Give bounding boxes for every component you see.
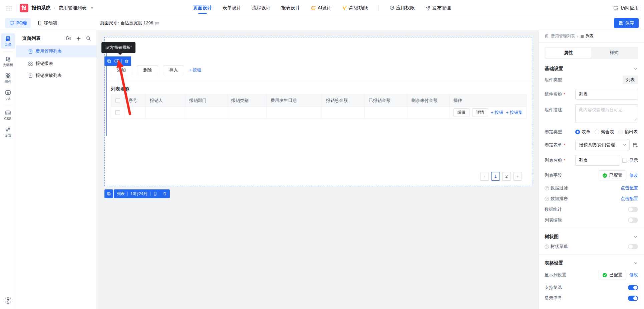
app-switcher-icon[interactable]	[5, 4, 13, 12]
mobile-mode-button[interactable]: 移动端	[37, 20, 57, 26]
tab-form-design[interactable]: 表单设计	[223, 0, 241, 16]
open-form-config-icon[interactable]	[632, 142, 638, 148]
rail-item-components[interactable]: 组件	[1, 70, 15, 86]
component-name-input[interactable]	[575, 89, 638, 100]
delete-component-icon[interactable]	[124, 59, 129, 63]
pc-mode-button[interactable]: PC端	[5, 18, 31, 28]
add-folder-icon[interactable]	[66, 36, 71, 41]
tag-delete-icon[interactable]	[163, 192, 167, 196]
top-bar: 报 报销系统 › 费用管理列表 ▼ 页面设计 表单设计 流程设计 报表设计	[0, 0, 644, 16]
column-header[interactable]: 剩余未付金额	[407, 95, 449, 107]
rail-item-css[interactable]: CSS CSS	[1, 108, 15, 123]
question-circle-icon: ?	[545, 245, 549, 249]
search-icon[interactable]	[86, 36, 91, 41]
list-edit-toggle[interactable]	[628, 217, 638, 223]
set-button-template-icon[interactable]	[114, 59, 119, 63]
access-app-button[interactable]: 访问应用	[613, 5, 639, 11]
current-page-name[interactable]: 费用管理列表	[58, 5, 86, 11]
tab-page-design[interactable]: 页面设计	[193, 0, 212, 16]
prev-page-button[interactable]: ‹	[480, 172, 489, 181]
tab-attributes[interactable]: 属性	[546, 48, 591, 58]
next-page-button[interactable]: ›	[513, 172, 522, 181]
column-header[interactable]: 已报销金额	[365, 95, 407, 107]
chevron-down-icon[interactable]: ▼	[90, 6, 93, 10]
page-button-1[interactable]: 1	[491, 172, 500, 181]
column-header[interactable]: 费用发生日期	[267, 95, 322, 107]
tree-menu-toggle[interactable]	[628, 244, 638, 249]
tab-report-design[interactable]: 报表设计	[281, 0, 300, 16]
show-title-checkbox[interactable]	[622, 158, 627, 163]
column-header[interactable]: 报销人	[146, 95, 185, 107]
add-button-set-link[interactable]: + 按钮集	[506, 110, 523, 116]
add-page-icon[interactable]	[76, 36, 81, 41]
tab-style[interactable]: 样式	[591, 48, 637, 58]
import-button[interactable]: 导入	[163, 65, 184, 75]
tab-ai-design[interactable]: AI设计	[311, 0, 331, 16]
radio-form[interactable]: 表单	[575, 129, 590, 135]
selection-tag: 列表 10行24列	[104, 189, 170, 198]
field-data-filter: ? 数据过滤 点击配置	[545, 185, 638, 191]
section-tree-view[interactable]: 树状图	[545, 230, 638, 244]
list-name-input[interactable]	[575, 155, 620, 166]
add-button[interactable]: 添加	[111, 65, 132, 75]
detail-button[interactable]: 详情	[472, 108, 488, 117]
tab-publish-management[interactable]: 发布管理	[425, 0, 451, 16]
show-seq-toggle[interactable]	[628, 296, 638, 301]
tag-mobile-icon[interactable]	[153, 192, 157, 196]
component-thumbnail-icon[interactable]	[104, 189, 113, 198]
select-all-checkbox[interactable]	[115, 98, 120, 103]
section-table-settings[interactable]: 表格设置	[545, 257, 638, 270]
copy-component-icon[interactable]	[107, 59, 111, 63]
rail-item-outline-tree[interactable]: 大纲树	[1, 54, 15, 69]
bind-form-select[interactable]: 报销系统/费用管理	[575, 140, 630, 150]
breadcrumb-parent[interactable]: 费用管理列表	[551, 33, 575, 39]
column-header[interactable]: 报销部门	[185, 95, 227, 107]
design-canvas[interactable]: 添加 删除 导入 + 按钮 列表名称	[97, 30, 538, 309]
breadcrumb-current[interactable]: 列表	[580, 33, 594, 39]
rail-item-catalog[interactable]: 目录	[1, 33, 15, 49]
column-header[interactable]: 报销总金额	[322, 95, 365, 107]
page-size-value[interactable]: 自适应宽度 1296	[120, 20, 153, 26]
radio-aggregate-table[interactable]: 聚合表	[595, 129, 614, 135]
rail-item-settings[interactable]: 设置	[1, 124, 15, 140]
row-checkbox[interactable]	[115, 110, 120, 115]
configure-data-filter-link[interactable]: 点击配置	[621, 185, 638, 191]
list-title[interactable]: 列表名称	[111, 86, 129, 92]
delete-button[interactable]: 删除	[137, 65, 158, 75]
page-item-expense-list[interactable]: 费用管理列表	[16, 45, 96, 57]
page-button-2[interactable]: 2	[502, 172, 511, 181]
section-basic-settings[interactable]: 基础设置	[545, 62, 638, 75]
chevron-down-icon	[633, 261, 638, 266]
page-item-expense-payout-list[interactable]: 报销发放列表	[16, 69, 96, 82]
add-row-button-link[interactable]: + 按钮	[491, 110, 503, 116]
add-toolbar-button-link[interactable]: + 按钮	[189, 67, 201, 73]
rail-item-js[interactable]: JS JS	[1, 87, 15, 103]
column-header[interactable]: 操作	[449, 95, 527, 107]
radio-output-table[interactable]: 输出表	[618, 129, 638, 135]
divider	[16, 5, 16, 11]
component-type-badge: 列表	[623, 75, 638, 84]
app-root: 报 报销系统 › 费用管理列表 ▼ 页面设计 表单设计 流程设计 报表设计	[0, 0, 644, 309]
edit-button[interactable]: 编辑	[453, 108, 469, 117]
tab-advanced-features[interactable]: 高级功能	[342, 0, 368, 16]
page-item-expense-report[interactable]: 报销报表	[16, 57, 96, 69]
component-desc-textarea[interactable]	[575, 104, 638, 123]
modify-columns-link[interactable]: 修改	[629, 272, 638, 278]
tab-flow-design[interactable]: 流程设计	[252, 0, 271, 16]
help-button[interactable]: ?	[5, 297, 11, 304]
spark-v-icon	[342, 5, 347, 11]
resize-handle-icon[interactable]	[634, 116, 637, 122]
save-button[interactable]: 保存	[614, 18, 639, 28]
phone-icon	[37, 21, 42, 25]
data-stats-toggle[interactable]	[628, 207, 638, 212]
tab-app-permissions[interactable]: 应用权限	[389, 0, 415, 16]
configure-data-sort-link[interactable]: 点击配置	[621, 196, 638, 202]
svg-text:JS: JS	[6, 92, 9, 94]
toolbar-separator	[121, 59, 122, 63]
modify-list-fields-link[interactable]: 修改	[629, 172, 638, 178]
list-component[interactable]: 添加 删除 导入 + 按钮 列表名称	[104, 37, 532, 186]
column-header[interactable]: 序号	[124, 95, 146, 107]
multi-select-toggle[interactable]	[628, 285, 638, 290]
check-circle-icon	[602, 273, 607, 278]
column-header[interactable]: 报销类别	[227, 95, 267, 107]
